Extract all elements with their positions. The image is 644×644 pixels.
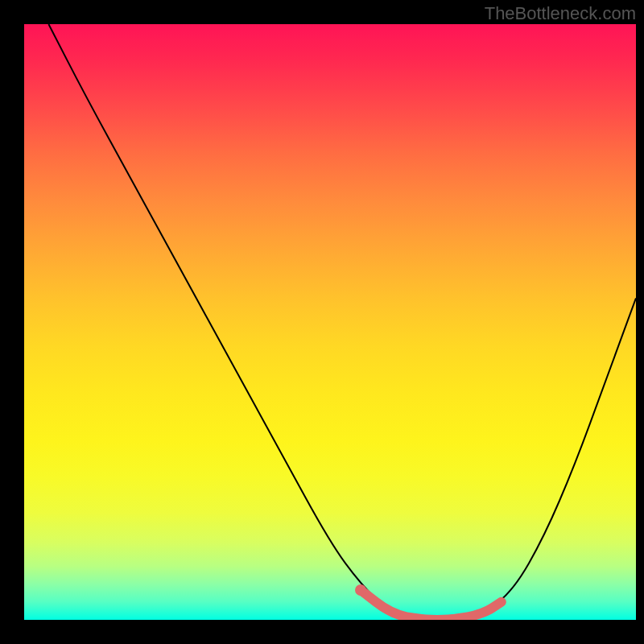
bottleneck-curve-path — [48, 24, 636, 620]
chart-svg — [24, 24, 636, 620]
highlight-dot — [355, 584, 366, 596]
highlight-band-path — [361, 590, 502, 620]
chart-plot-area — [24, 24, 636, 620]
watermark-text: TheBottleneck.com — [485, 3, 636, 24]
